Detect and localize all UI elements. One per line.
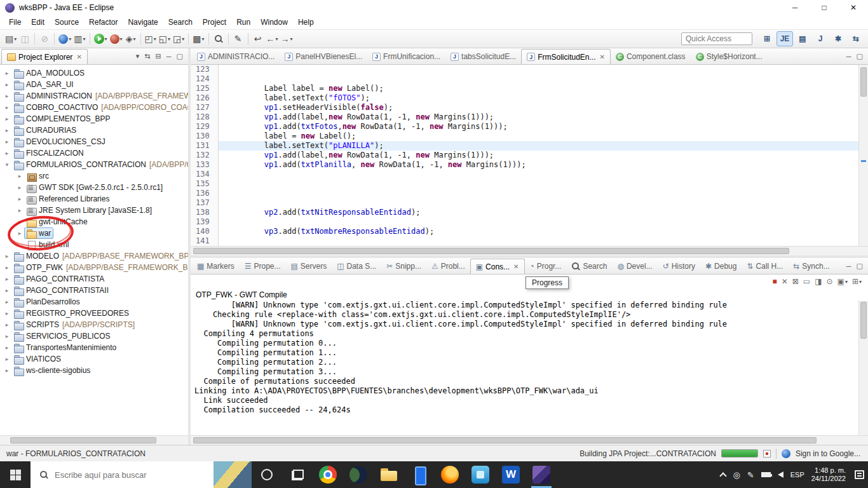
tree-expander-icon[interactable]: ▸: [15, 230, 24, 236]
tree-item-war[interactable]: ▸war: [0, 227, 188, 239]
menu-refactor[interactable]: Refactor: [84, 17, 123, 28]
tree-expander-icon[interactable]: ▸: [3, 276, 11, 282]
view-tab-call-h[interactable]: ⇅Call H...: [742, 259, 788, 274]
menu-run[interactable]: Run: [231, 17, 255, 28]
tree-item-transportesmantenimiento[interactable]: ▸TransportesMantenimiento: [0, 342, 188, 353]
scrollbar-thumb[interactable]: [10, 437, 156, 444]
open-console-button[interactable]: ⊞▾: [852, 277, 862, 286]
menu-help[interactable]: Help: [293, 17, 319, 28]
tree-item-fiscalizacion[interactable]: ▸FISCALIZACION: [0, 147, 188, 159]
taskbar-app-eclipse-workspace[interactable]: [526, 461, 557, 488]
line-number[interactable]: 136: [191, 189, 219, 198]
maximize-view-button[interactable]: ▢: [857, 52, 863, 60]
editor-horizontal-scrollbar[interactable]: [191, 246, 868, 255]
taskbar-clock[interactable]: 1:48 p. m. 24/11/2022: [811, 466, 846, 483]
tree-item-ws-cliente-sigobius[interactable]: ▸ws-cliente-sigobius: [0, 365, 188, 376]
project-explorer-tab[interactable]: Project Explorer ✕: [1, 49, 88, 64]
view-tab-data-s[interactable]: ◫Data S...: [332, 259, 381, 274]
remove-all-launches-button[interactable]: ⊠: [792, 277, 799, 286]
view-tab-progr[interactable]: ◔Progr...: [525, 259, 567, 274]
line-number[interactable]: 123: [191, 65, 219, 74]
editor-tab-frmunificacion[interactable]: JFrmUnificacion...: [367, 49, 445, 64]
perspective-sync-button[interactable]: ⇆: [848, 31, 864, 46]
tree-expander-icon[interactable]: ▸: [3, 150, 11, 156]
view-tab-history[interactable]: ↺History: [658, 259, 700, 274]
scrollbar-thumb[interactable]: [860, 302, 867, 339]
back-button[interactable]: ←▾: [265, 31, 280, 46]
editor-tab-tabssolicitude[interactable]: JtabsSolicitudE...: [445, 49, 521, 64]
line-number[interactable]: 141: [191, 236, 219, 246]
task-view-button[interactable]: [282, 461, 313, 488]
tree-expander-icon[interactable]: ▸: [3, 299, 11, 305]
tree-expander-icon[interactable]: ▸: [3, 70, 11, 76]
view-tab-snipp[interactable]: ✂Snipp...: [381, 259, 426, 274]
coverage-button[interactable]: ▩▾: [191, 31, 205, 46]
tree-item-ada-sar-ui[interactable]: ▸ADA_SAR_UI: [0, 79, 188, 90]
view-tab-synch[interactable]: ⇆Synch...: [788, 259, 834, 274]
taskbar-app-word[interactable]: W: [496, 461, 526, 488]
tree-expander-icon[interactable]: ▸: [3, 322, 11, 328]
collapse-all-icon[interactable]: ⊟: [156, 52, 161, 60]
editor-tab-component-class[interactable]: CComponent.class: [611, 49, 691, 64]
search-promo-image[interactable]: [214, 461, 252, 488]
perspective-resource-button[interactable]: ▤: [794, 31, 811, 46]
tree-expander-icon[interactable]: ▸: [3, 93, 11, 99]
close-view-icon[interactable]: ✕: [76, 53, 81, 60]
tree-item-pago-contratistaii[interactable]: ▸PAGO_CONTRATISTAII: [0, 285, 188, 296]
tree-item-gwt-unitcache[interactable]: ▸gwt-unitCache: [0, 216, 188, 227]
tree-expander-icon[interactable]: ▸: [3, 310, 11, 316]
menu-project[interactable]: Project: [198, 17, 231, 28]
tree-expander-icon[interactable]: ▸: [3, 333, 11, 339]
line-number[interactable]: 126: [191, 93, 219, 103]
profile-button[interactable]: ▾: [109, 31, 124, 46]
forward-button[interactable]: →▾: [280, 31, 294, 46]
tree-expander-icon[interactable]: ▸: [3, 253, 11, 259]
line-number[interactable]: 125: [191, 84, 219, 93]
console-output[interactable]: [WARN] Unknown type 'com.extjs.gxt.ui.cl…: [191, 301, 868, 435]
maximize-view-button[interactable]: ▢: [857, 262, 863, 270]
quick-access-box[interactable]: Quick Access: [681, 32, 752, 45]
new-wizard-button[interactable]: ▤▾: [4, 31, 18, 46]
menu-search[interactable]: Search: [163, 17, 198, 28]
tree-expander-icon[interactable]: ▸: [15, 184, 24, 191]
menu-window[interactable]: Window: [255, 17, 293, 28]
taskbar-app-phone-link[interactable]: [404, 461, 435, 488]
line-number[interactable]: 124: [191, 74, 219, 84]
taskbar-app-eclipse-ide[interactable]: [343, 461, 374, 488]
menu-edit[interactable]: Edit: [26, 17, 50, 28]
scroll-lock-button[interactable]: ◨: [815, 277, 822, 286]
search-input[interactable]: [55, 470, 214, 480]
line-number[interactable]: 129: [191, 122, 219, 132]
tree-item-pago-contratista[interactable]: ▸PAGO_CONTRATISTA: [0, 273, 188, 285]
volume-icon[interactable]: [778, 471, 783, 478]
editor-tab-panelhvbienesel[interactable]: JPanelHVBienesEl...: [280, 49, 367, 64]
view-tab-devel[interactable]: ◍Devel...: [612, 259, 657, 274]
start-button[interactable]: [0, 461, 31, 488]
stop-build-icon[interactable]: [763, 450, 771, 458]
open-perspective-button[interactable]: ⊞: [759, 31, 775, 46]
tree-expander-icon[interactable]: ▸: [3, 81, 11, 88]
taskbar-search-box[interactable]: [31, 461, 252, 488]
tree-expander-icon[interactable]: ▸: [3, 367, 11, 374]
pin-console-button[interactable]: ⊙: [827, 277, 833, 286]
skip-all-breakpoints-button[interactable]: ⊘: [37, 31, 51, 46]
menu-source[interactable]: Source: [50, 17, 84, 28]
open-search-button[interactable]: [212, 31, 226, 46]
tree-expander-icon[interactable]: ▸: [3, 287, 11, 294]
close-tab-icon[interactable]: ✕: [513, 263, 519, 270]
menu-navigate[interactable]: Navigate: [123, 17, 163, 28]
last-edit-location-button[interactable]: ↩: [251, 31, 265, 46]
view-menu-icon[interactable]: ▾: [136, 52, 140, 60]
new-web-service-button[interactable]: ◲▾: [172, 31, 186, 46]
open-web-browser-button[interactable]: ▾: [57, 31, 72, 46]
tree-expander-icon[interactable]: ▸: [3, 104, 11, 111]
tree-item-servicios-publicos[interactable]: ▸SERVICIOS_PUBLICOS: [0, 330, 188, 342]
run-button[interactable]: ▾: [93, 31, 109, 46]
tree-expander-icon[interactable]: ▸: [15, 219, 24, 225]
battery-icon[interactable]: [761, 472, 771, 477]
line-number[interactable]: 127: [191, 103, 219, 112]
taskbar-app-blue-app[interactable]: [465, 461, 496, 488]
line-number[interactable]: 131: [191, 141, 219, 151]
display-selected-console-button[interactable]: ▣▾: [837, 277, 848, 286]
tree-expander-icon[interactable]: ▸: [3, 344, 11, 351]
